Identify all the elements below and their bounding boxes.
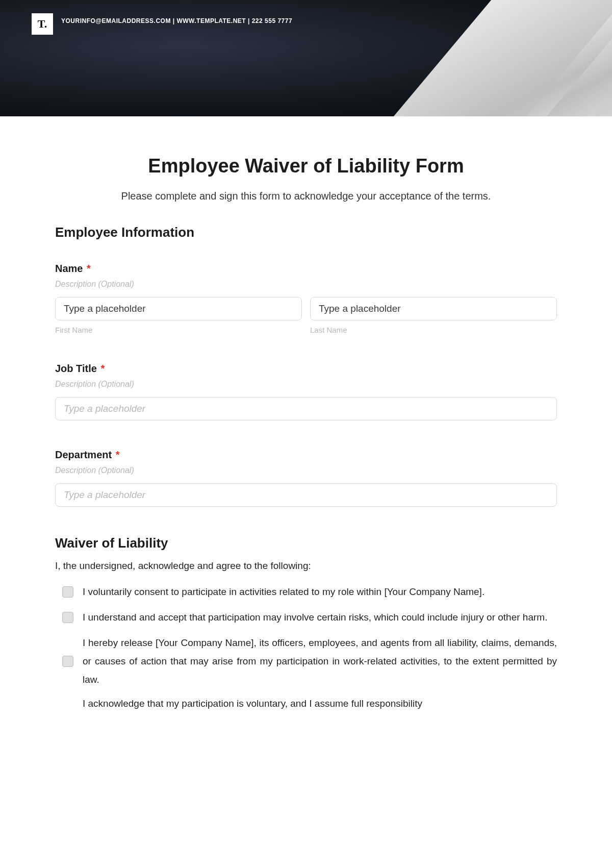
term-checkbox[interactable] — [62, 612, 73, 623]
field-label-text: Department — [55, 449, 112, 460]
term-row: I hereby release [Your Company Name], it… — [62, 634, 557, 689]
sublabel-first-name: First Name — [55, 326, 302, 334]
section-heading-waiver: Waiver of Liability — [55, 535, 557, 551]
field-label-text: Job Title — [55, 363, 97, 374]
term-row: I acknowledge that my participation is v… — [62, 696, 557, 711]
header-contact-line: YOURINFO@EMAILADDRESS.COM | WWW.TEMPLATE… — [61, 17, 292, 24]
waiver-intro-text: I, the undersigned, acknowledge and agre… — [55, 560, 557, 572]
last-name-input[interactable] — [310, 297, 557, 320]
required-star: * — [100, 363, 105, 374]
sublabel-last-name: Last Name — [310, 326, 557, 334]
field-name: Name * Description (Optional) First Name… — [55, 263, 557, 334]
section-heading-employee-info: Employee Information — [55, 225, 557, 240]
term-text: I acknowledge that my participation is v… — [83, 696, 557, 711]
required-star: * — [87, 263, 91, 274]
field-label-job-title: Job Title * — [55, 363, 557, 375]
required-star: * — [116, 449, 120, 460]
waiver-terms-list: I voluntarily consent to participate in … — [55, 583, 557, 711]
field-job-title: Job Title * Description (Optional) — [55, 363, 557, 420]
field-label-text: Name — [55, 263, 83, 274]
term-checkbox[interactable] — [62, 586, 73, 598]
term-text: I hereby release [Your Company Name], it… — [83, 634, 557, 689]
page-subtitle: Please complete and sign this form to ac… — [55, 190, 557, 202]
term-checkbox[interactable] — [62, 656, 73, 667]
term-row: I understand and accept that participati… — [62, 608, 557, 627]
department-input[interactable] — [55, 483, 557, 507]
first-name-input[interactable] — [55, 297, 302, 320]
field-label-name: Name * — [55, 263, 557, 275]
header-banner: T. YOURINFO@EMAILADDRESS.COM | WWW.TEMPL… — [0, 0, 612, 116]
field-department: Department * Description (Optional) — [55, 449, 557, 507]
field-description: Description (Optional) — [55, 466, 557, 475]
field-description: Description (Optional) — [55, 280, 557, 289]
term-row: I voluntarily consent to participate in … — [62, 583, 557, 601]
page-title: Employee Waiver of Liability Form — [55, 155, 557, 177]
job-title-input[interactable] — [55, 397, 557, 420]
field-label-department: Department * — [55, 449, 557, 461]
field-description: Description (Optional) — [55, 380, 557, 389]
logo: T. — [32, 13, 53, 35]
term-text: I understand and accept that participati… — [83, 608, 557, 627]
form-page: Employee Waiver of Liability Form Please… — [0, 116, 612, 711]
term-text: I voluntarily consent to participate in … — [83, 583, 557, 601]
